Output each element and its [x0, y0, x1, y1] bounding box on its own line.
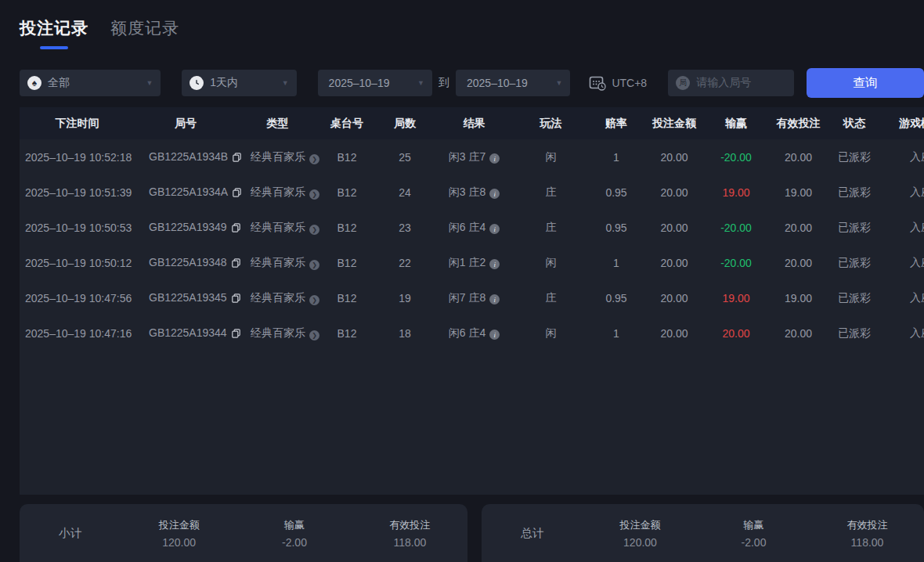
cell-bet-amount: 20.00 — [644, 210, 704, 245]
table-row: 2025–10–19 10:52:18 GB1225A1934B 经典百家乐❯ … — [20, 139, 924, 175]
copy-icon[interactable] — [233, 152, 241, 164]
cell-win-loss: 19.00 — [704, 175, 768, 210]
table-row: 2025–10–19 10:50:53 GB1225A19349 经典百家乐❯ … — [20, 210, 924, 245]
cell-win-loss: -20.00 — [704, 210, 768, 245]
info-icon[interactable]: i — [489, 189, 500, 199]
category-select-value: 全部 — [48, 76, 70, 90]
date-from-picker[interactable]: 2025–10–19 ▼ — [318, 70, 432, 96]
info-icon[interactable]: i — [489, 259, 500, 269]
date-from-value: 2025–10–19 — [329, 77, 390, 89]
chevron-down-icon: ▼ — [146, 79, 153, 87]
info-icon[interactable]: i — [489, 224, 500, 234]
spade-icon: ♠ — [27, 76, 42, 90]
cell-win-loss: 19.00 — [704, 280, 768, 315]
cell-table-no: B12 — [319, 210, 375, 245]
cell-play-type: 庄 — [514, 280, 588, 315]
info-icon[interactable]: i — [489, 153, 500, 164]
time-range-select[interactable]: 1天内 ▼ — [182, 70, 296, 96]
cell-bet-time: 2025–10–19 10:47:56 — [20, 280, 135, 315]
clock-icon — [189, 76, 204, 90]
cell-bet-time: 2025–10–19 10:47:16 — [20, 315, 135, 351]
cell-round-id: GB1225A19349 — [135, 210, 236, 245]
cell-odds: 1 — [588, 245, 644, 280]
time-range-select-value: 1天内 — [210, 76, 238, 90]
total-valid-bet: 有效投注 118.00 — [810, 518, 924, 549]
column-header: 投注金额 — [644, 107, 704, 139]
cell-game-mode: 入座 — [880, 280, 924, 315]
chevron-down-icon: ▼ — [417, 79, 424, 87]
cell-game-mode: 入座 — [880, 175, 924, 210]
cell-valid-bet: 20.00 — [768, 210, 828, 245]
cell-round-id: GB1225A19344 — [135, 315, 236, 351]
detail-icon[interactable]: ❯ — [309, 260, 319, 270]
cell-bet-amount: 20.00 — [644, 245, 704, 280]
column-header: 桌台号 — [319, 107, 375, 139]
info-icon[interactable]: i — [489, 294, 500, 304]
timezone-indicator[interactable]: UTC+8 — [589, 75, 647, 91]
cell-round-id: GB1225A1934A — [135, 175, 236, 210]
query-button[interactable]: 查询 — [807, 68, 924, 98]
cell-odds: 0.95 — [588, 280, 644, 315]
active-tab-underline — [40, 46, 68, 49]
cell-valid-bet: 20.00 — [768, 139, 828, 175]
cell-game-type: 经典百家乐❯ — [236, 175, 319, 210]
detail-icon[interactable]: ❯ — [309, 295, 319, 305]
subtotal-label: 小计 — [20, 526, 121, 541]
column-header: 下注时间 — [20, 107, 135, 139]
column-header: 结果 — [435, 107, 514, 139]
table-row: 2025–10–19 10:47:56 GB1225A19345 经典百家乐❯ … — [20, 280, 924, 315]
cell-game-mode: 入座 — [880, 315, 924, 351]
detail-icon[interactable]: ❯ — [309, 189, 319, 200]
column-header: 类型 — [236, 107, 319, 139]
column-header: 有效投注 — [768, 107, 828, 139]
cell-status: 已派彩 — [828, 210, 880, 245]
timezone-label: UTC+8 — [612, 77, 647, 89]
round-number-search-input[interactable]: 局 请输入局号 — [668, 70, 794, 96]
cell-win-loss: 20.00 — [704, 315, 768, 351]
cell-status: 已派彩 — [828, 315, 880, 351]
cell-game-type: 经典百家乐❯ — [236, 139, 319, 175]
date-to-picker[interactable]: 2025–10–19 ▼ — [456, 70, 570, 96]
detail-icon[interactable]: ❯ — [309, 330, 319, 340]
copy-icon[interactable] — [232, 222, 240, 235]
cell-play-type: 庄 — [514, 210, 588, 245]
cell-game-type: 经典百家乐❯ — [236, 315, 319, 351]
category-select[interactable]: ♠ 全部 ▼ — [20, 70, 161, 96]
info-icon[interactable]: i — [489, 330, 500, 340]
cell-round-id: GB1225A1934B — [135, 139, 236, 175]
cell-status: 已派彩 — [828, 139, 880, 175]
cell-odds: 1 — [588, 139, 644, 175]
total-win-loss: 输赢 -2.00 — [697, 518, 810, 549]
subtotal-bet-amount: 投注金额 120.00 — [121, 518, 236, 549]
bet-records-table[interactable]: 下注时间局号类型桌台号局数结果玩法赔率投注金额输赢有效投注状态游戏模式 2025… — [20, 107, 924, 495]
copy-icon[interactable] — [232, 328, 240, 340]
copy-icon[interactable] — [232, 258, 240, 270]
table-row: 2025–10–19 10:50:12 GB1225A19348 经典百家乐❯ … — [20, 245, 924, 280]
cell-table-no: B12 — [319, 315, 375, 351]
cell-bet-amount: 20.00 — [644, 315, 704, 351]
total-bet-amount: 投注金额 120.00 — [583, 518, 697, 549]
column-header: 局数 — [375, 107, 435, 139]
cell-odds: 1 — [588, 315, 644, 351]
table-row: 2025–10–19 10:47:16 GB1225A19344 经典百家乐❯ … — [20, 315, 924, 351]
copy-icon[interactable] — [233, 187, 241, 200]
tab-bet-records[interactable]: 投注记录 — [20, 17, 88, 49]
search-placeholder: 请输入局号 — [696, 76, 751, 90]
tab-quota-records[interactable]: 额度记录 — [110, 17, 179, 49]
cell-status: 已派彩 — [828, 175, 880, 210]
round-number-icon: 局 — [676, 76, 690, 90]
cell-play-type: 闲 — [514, 245, 588, 280]
chevron-down-icon: ▼ — [555, 79, 562, 87]
cell-game-mode: 入座 — [880, 245, 924, 280]
detail-icon[interactable]: ❯ — [309, 154, 319, 164]
cell-game-type: 经典百家乐❯ — [236, 245, 319, 280]
calendar-clock-icon — [589, 75, 606, 91]
cell-play-type: 庄 — [514, 175, 588, 210]
cell-status: 已派彩 — [828, 245, 880, 280]
cell-bet-time: 2025–10–19 10:50:12 — [20, 245, 135, 280]
column-header: 局号 — [135, 107, 236, 139]
cell-status: 已派彩 — [828, 280, 880, 315]
copy-icon[interactable] — [232, 293, 240, 305]
detail-icon[interactable]: ❯ — [309, 225, 319, 235]
cell-result: 闲6 庄4i — [435, 315, 514, 351]
